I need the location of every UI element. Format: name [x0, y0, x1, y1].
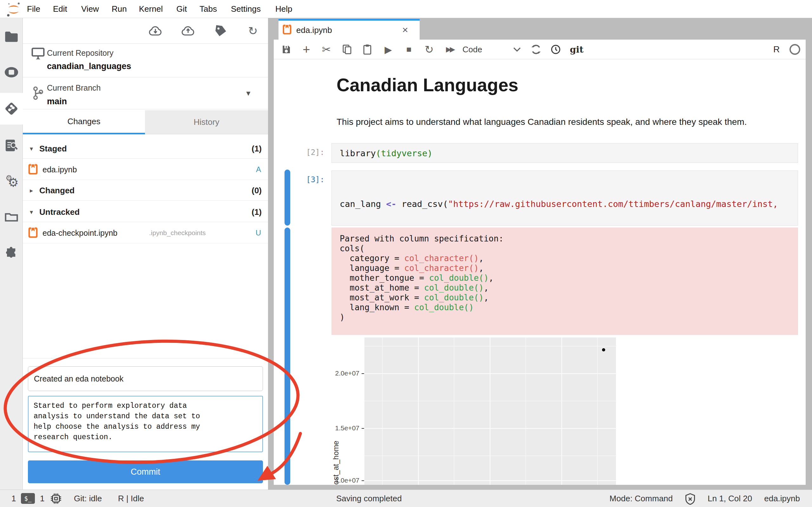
tab-history[interactable]: History: [145, 110, 268, 134]
menu-file[interactable]: File: [27, 0, 40, 18]
untracked-file-name: eda-checkpoint.ipynb: [43, 222, 117, 243]
extensions-puzzle-icon[interactable]: [0, 241, 23, 264]
code-token: library: [340, 148, 376, 158]
settings-gears-icon[interactable]: ⚙⚙: [0, 170, 23, 193]
git-toolbar-button[interactable]: git: [565, 40, 588, 59]
add-cell-icon[interactable]: +: [299, 40, 314, 59]
menu-view[interactable]: View: [81, 0, 99, 18]
y-tick-label: 1.5e+07: [321, 424, 359, 432]
staged-section-header[interactable]: ▾ Staged (1): [23, 138, 268, 159]
staged-file-row[interactable]: eda.ipynb A: [23, 159, 268, 180]
git-tag-icon[interactable]: [213, 24, 229, 38]
status-bar: 1 $_ 1 Git: idle R | Idle Saving complet…: [0, 490, 812, 507]
stderr-line: most_at_work = col_double(),: [340, 293, 504, 302]
current-repository-name: canadian_languages: [47, 61, 131, 71]
notebook-toolbar: + ✂ ▶ ■ ↻ ▶▶ Code git R: [274, 40, 806, 59]
current-branch-label: Current Branch: [47, 83, 101, 93]
caret-down-icon[interactable]: ▾: [30, 202, 33, 222]
cell-prompt: [3]:: [274, 175, 324, 184]
scatter-point: [602, 348, 605, 351]
cursor-position[interactable]: Ln 1, Col 20: [708, 494, 752, 504]
notebook-content: Canadian Languages This project aims to …: [274, 59, 806, 485]
git-push-icon[interactable]: [180, 24, 196, 38]
untracked-label: Untracked: [39, 202, 80, 222]
markdown-heading: Canadian Languages: [337, 74, 518, 95]
history-clock-icon[interactable]: [548, 40, 564, 59]
stderr-line: mother_tongue = col_double(),: [340, 273, 504, 283]
stderr-line: most_at_home = col_double(),: [340, 283, 504, 293]
output-collapser[interactable]: [285, 228, 290, 485]
code-line: can_lang <- read_csv("https://raw.github…: [340, 198, 793, 210]
saving-status: Saving completed: [336, 490, 402, 507]
notebook-file-icon: [28, 164, 38, 176]
git-refresh-icon[interactable]: ↻: [245, 24, 261, 38]
menu-run[interactable]: Run: [112, 0, 127, 18]
restart-run-all-icon[interactable]: ▶▶: [442, 40, 458, 59]
restart-kernel-icon[interactable]: ↻: [421, 40, 437, 59]
tabs-panel-icon[interactable]: [0, 205, 23, 228]
commit-description-textarea[interactable]: Started to perform exploratory data anal…: [28, 396, 263, 452]
main-dock: eda.ipynb × + ✂ ▶ ■ ↻ ▶▶ Code: [268, 18, 812, 490]
kernel-name[interactable]: R: [770, 40, 783, 59]
staged-label: Staged: [39, 138, 67, 159]
stderr-line: Parsed with column specification:: [340, 234, 504, 244]
save-icon[interactable]: [278, 40, 294, 59]
code-cell[interactable]: library(tidyverse): [332, 143, 798, 163]
menu-bar: File Edit View Run Kernel Git Tabs Setti…: [0, 0, 812, 18]
caret-down-icon[interactable]: ▾: [30, 138, 33, 159]
git-status[interactable]: Git: idle: [74, 490, 102, 507]
file-browser-icon[interactable]: [0, 25, 23, 48]
menu-settings[interactable]: Settings: [231, 0, 261, 18]
copy-icon[interactable]: [339, 40, 355, 59]
caret-right-icon[interactable]: ▸: [30, 180, 33, 201]
changed-section-header[interactable]: ▸ Changed (0): [23, 180, 268, 201]
staged-file-name: eda.ipynb: [43, 159, 77, 180]
menu-tabs[interactable]: Tabs: [200, 0, 217, 18]
active-file-name: eda.ipynb: [764, 494, 800, 504]
menu-help[interactable]: Help: [275, 0, 292, 18]
stderr-line: category = col_character(),: [340, 253, 504, 263]
inspector-icon[interactable]: [0, 134, 23, 157]
menu-git[interactable]: Git: [176, 0, 187, 18]
chevron-down-icon[interactable]: [509, 40, 525, 59]
menu-kernel[interactable]: Kernel: [139, 0, 163, 18]
paste-icon[interactable]: [359, 40, 375, 59]
kernel-status[interactable]: R | Idle: [118, 490, 144, 507]
notebook-tab[interactable]: eda.ipynb ×: [278, 19, 420, 40]
kernel-count: 1: [40, 490, 44, 507]
cell-prompt: [2]:: [274, 148, 324, 157]
code-cell[interactable]: can_lang <- read_csv("https://raw.github…: [332, 170, 798, 226]
git-sidebar-icon[interactable]: [0, 97, 23, 120]
menu-edit[interactable]: Edit: [53, 0, 67, 18]
command-mode-indicator[interactable]: Mode: Command: [610, 494, 673, 504]
untracked-section-header[interactable]: ▾ Untracked (1): [23, 202, 268, 222]
current-repository-label: Current Repository: [47, 49, 113, 58]
cut-icon[interactable]: ✂: [318, 40, 334, 59]
stop-icon[interactable]: ■: [401, 40, 417, 59]
untracked-count: (1): [252, 202, 262, 222]
commit-summary-input[interactable]: [28, 366, 263, 391]
trust-shield-icon[interactable]: [685, 492, 696, 505]
git-pull-icon[interactable]: [148, 24, 163, 38]
untracked-file-status-badge: U: [256, 222, 261, 243]
untracked-file-row[interactable]: eda-checkpoint.ipynb .ipynb_checkpoints …: [23, 222, 268, 243]
jupyter-logo-icon: [6, 2, 21, 18]
code-token: (tidyverse): [376, 148, 433, 158]
run-icon[interactable]: ▶: [380, 40, 396, 59]
branch-dropdown-icon[interactable]: ▼: [245, 89, 252, 98]
running-sessions-icon[interactable]: [0, 61, 23, 83]
kernel-status-icon[interactable]: [787, 40, 803, 59]
git-sync-icon[interactable]: [528, 40, 544, 59]
close-icon[interactable]: ×: [402, 20, 408, 40]
commit-button[interactable]: Commit: [28, 460, 263, 483]
ggplot-panel: [364, 337, 616, 485]
jupyterlab-window: File Edit View Run Kernel Git Tabs Setti…: [0, 0, 812, 507]
kernel-chip-icon[interactable]: [50, 493, 62, 507]
stderr-line: lang_known = col_double(): [340, 302, 504, 313]
terminal-count: 1: [11, 490, 16, 507]
y-tick-label: 1.0e+07: [321, 476, 359, 484]
left-sidebar: ⚙⚙: [0, 18, 23, 490]
cell-type-select[interactable]: Code: [462, 40, 497, 59]
terminal-icon[interactable]: $_: [21, 493, 35, 504]
tab-changes[interactable]: Changes: [23, 110, 145, 134]
